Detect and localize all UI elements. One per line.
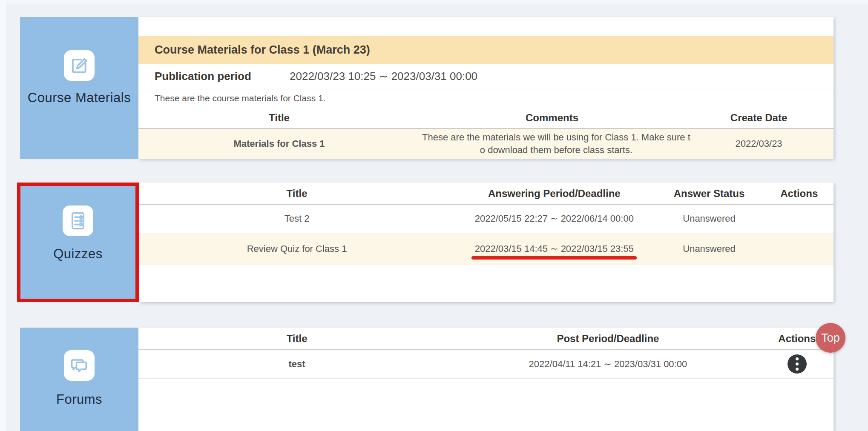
sidebar-item-label: Course Materials [28,90,131,106]
panel-spacer [138,17,834,36]
forum-actions-cell [761,350,834,378]
forums-panel: Title Post Period/Deadline Actions test … [138,328,834,431]
material-title[interactable]: Materials for Class 1 [138,128,420,159]
publication-period-label: Publication period [155,70,270,83]
quizzes-table: Title Answering Period/Deadline Answer S… [139,183,834,265]
material-create-date: 2022/03/23 [684,128,834,159]
course-materials-panel: Course Materials for Class 1 (March 23) … [138,17,834,159]
quiz-title[interactable]: Review Quiz for Class 1 [139,233,455,265]
quizzes-highlight-border[interactable]: Quizzes [17,183,139,302]
deadline-annotation-underline [471,256,637,260]
forum-title[interactable]: test [138,350,455,378]
quiz-actions-cell [765,205,834,233]
page-left-margin [0,0,6,431]
forums-icon [64,350,95,381]
course-materials-title: Course Materials for Class 1 (March 23) [138,36,834,64]
sidebar-item-course-materials[interactable]: Course Materials [20,17,138,159]
course-materials-table: Title Comments Create Date Materials for… [138,107,834,159]
column-header-actions: Actions [765,183,834,205]
scroll-to-top-button[interactable]: Top [816,323,845,353]
table-row-quiz[interactable]: Review Quiz for Class 1 2022/03/15 14:45… [139,233,834,265]
sidebar-item-forums[interactable]: Forums [20,328,138,431]
forum-period: 2022/04/11 14:21 ∼ 2023/03/31 00:00 [455,350,760,378]
quiz-actions-cell [765,233,834,265]
quiz-title[interactable]: Test 2 [139,205,455,233]
column-header-title: Title [138,107,420,128]
column-header-title: Title [138,328,455,350]
quizzes-panel: Title Answering Period/Deadline Answer S… [139,183,834,302]
table-row-material[interactable]: Materials for Class 1 These are the mate… [138,128,834,159]
sidebar-item-label: Quizzes [53,246,102,262]
quiz-status: Unanswered [654,233,765,265]
course-materials-icon [64,50,95,81]
sidebar-item-label: Forums [56,392,102,407]
quiz-period: 2022/05/15 22:27 ∼ 2022/06/14 00:00 [455,205,653,233]
quiz-status: Unanswered [654,205,765,233]
kebab-menu-icon[interactable] [788,354,807,374]
table-row-quiz[interactable]: Test 2 2022/05/15 22:27 ∼ 2022/06/14 00:… [139,205,834,233]
material-comments: These are the materials we will be using… [420,128,684,159]
column-header-title: Title [139,183,455,205]
column-header-answer-status: Answer Status [654,183,765,205]
publication-period-row: Publication period 2022/03/23 10:25 ∼ 20… [138,64,834,89]
table-row-forum[interactable]: test 2022/04/11 14:21 ∼ 2023/03/31 00:00 [138,350,834,378]
column-header-post-period: Post Period/Deadline [455,328,760,350]
forums-table: Title Post Period/Deadline Actions test … [138,328,834,379]
column-header-create-date: Create Date [684,107,834,128]
column-header-answering-period: Answering Period/Deadline [455,183,653,205]
quiz-period: 2022/03/15 14:45 ∼ 2022/03/15 23:55 [455,233,653,265]
quizzes-icon [63,206,93,236]
publication-period-value: 2022/03/23 10:25 ∼ 2023/03/31 00:00 [290,70,477,83]
page-top-margin [6,0,868,4]
course-materials-description: These are the course materials for Class… [138,89,834,107]
column-header-comments: Comments [420,107,684,128]
